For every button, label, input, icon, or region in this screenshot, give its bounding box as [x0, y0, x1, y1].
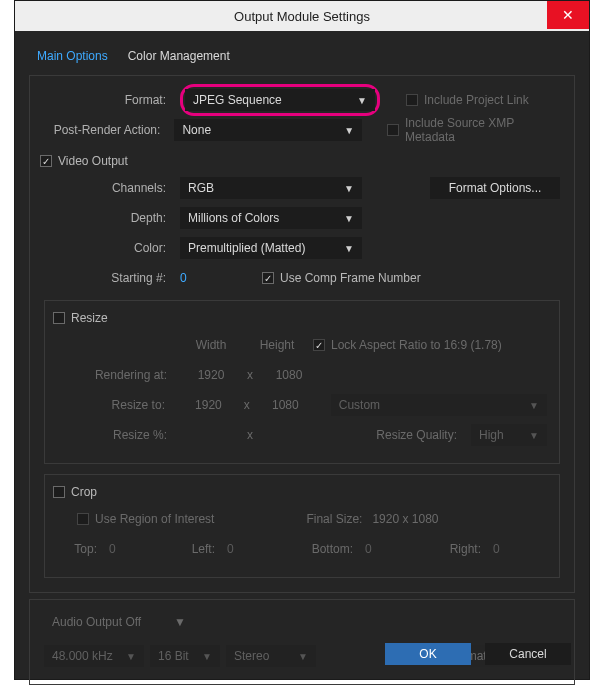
crop-right-value: 0: [493, 542, 500, 556]
resize-pct-label: Resize %:: [57, 428, 175, 442]
crop-left-value: 0: [227, 542, 267, 556]
use-comp-frame-checkbox[interactable]: [262, 272, 274, 284]
resize-quality-dropdown: High ▼: [471, 424, 547, 446]
chevron-down-icon: ▼: [344, 125, 354, 136]
depth-value: Millions of Colors: [188, 211, 279, 225]
chevron-down-icon: ▼: [126, 651, 136, 662]
audio-panel: Audio Output Off ▼ 48.000 kHz ▼ 16 Bit ▼…: [29, 599, 575, 685]
chevron-down-icon: ▼: [344, 243, 354, 254]
chevron-down-icon: ▼: [298, 651, 308, 662]
include-xmp-label: Include Source XMP Metadata: [405, 116, 560, 144]
resize-label: Resize: [71, 311, 108, 325]
chevron-down-icon: ▼: [529, 430, 539, 441]
tab-color-management[interactable]: Color Management: [128, 49, 230, 69]
resize-group: Resize Width Height Lock Aspect Ratio to…: [44, 300, 560, 464]
resize-quality-label: Resize Quality:: [376, 428, 457, 442]
include-project-link-checkbox: [406, 94, 418, 106]
crop-group: Crop Use Region of Interest Final Size: …: [44, 474, 560, 578]
rendering-at-height: 1080: [259, 368, 319, 382]
crop-top-value: 0: [109, 542, 149, 556]
tab-bar: Main Options Color Management: [15, 31, 589, 69]
width-header: Width: [181, 338, 241, 352]
starting-number-value[interactable]: 0: [180, 271, 220, 285]
chevron-down-icon: ▼: [344, 183, 354, 194]
crop-left-label: Left:: [155, 542, 215, 556]
chevron-down-icon: ▼: [357, 95, 367, 106]
depth-dropdown[interactable]: Millions of Colors ▼: [180, 207, 362, 229]
channels-value: RGB: [188, 181, 214, 195]
depth-label: Depth:: [44, 211, 174, 225]
resize-to-width: 1920: [179, 398, 238, 412]
format-dropdown[interactable]: JPEG Sequence ▼: [185, 89, 375, 111]
crop-label: Crop: [71, 485, 97, 499]
crop-top-label: Top:: [57, 542, 97, 556]
include-xmp-checkbox: [387, 124, 399, 136]
chevron-down-icon: ▼: [174, 615, 186, 629]
use-roi-checkbox: [77, 513, 89, 525]
crop-bottom-label: Bottom:: [273, 542, 353, 556]
close-icon: ✕: [562, 7, 574, 23]
final-size-value: 1920 x 1080: [372, 512, 438, 526]
window-title: Output Module Settings: [234, 9, 370, 24]
chevron-down-icon: ▼: [202, 651, 212, 662]
color-label: Color:: [44, 241, 174, 255]
use-roi-label: Use Region of Interest: [95, 512, 214, 526]
chevron-down-icon: ▼: [529, 400, 539, 411]
ok-button[interactable]: OK: [385, 643, 471, 665]
resize-to-height: 1080: [256, 398, 315, 412]
window-titlebar: Output Module Settings ✕: [15, 1, 589, 31]
color-dropdown[interactable]: Premultiplied (Matted) ▼: [180, 237, 362, 259]
video-output-label: Video Output: [58, 154, 128, 168]
crop-right-label: Right:: [411, 542, 481, 556]
height-header: Height: [247, 338, 307, 352]
main-panel: Format: JPEG Sequence ▼ Include Project …: [29, 75, 575, 593]
post-render-label: Post-Render Action:: [44, 123, 168, 137]
audio-rate-dropdown: 48.000 kHz ▼: [44, 645, 144, 667]
output-module-dialog: Output Module Settings ✕ Main Options Co…: [14, 0, 590, 680]
lock-aspect-checkbox: [313, 339, 325, 351]
format-label: Format:: [44, 93, 174, 107]
rendering-at-label: Rendering at:: [57, 368, 175, 382]
crop-bottom-value: 0: [365, 542, 405, 556]
dialog-footer: OK Cancel: [385, 643, 571, 665]
starting-number-label: Starting #:: [44, 271, 174, 285]
cancel-button[interactable]: Cancel: [485, 643, 571, 665]
format-value: JPEG Sequence: [193, 93, 282, 107]
audio-channels-dropdown: Stereo ▼: [226, 645, 316, 667]
final-size-label: Final Size:: [306, 512, 362, 526]
tab-main-options[interactable]: Main Options: [37, 49, 108, 69]
use-comp-frame-label: Use Comp Frame Number: [280, 271, 421, 285]
post-render-value: None: [182, 123, 211, 137]
post-render-dropdown[interactable]: None ▼: [174, 119, 362, 141]
channels-label: Channels:: [44, 181, 174, 195]
include-project-link-label: Include Project Link: [424, 93, 529, 107]
color-value: Premultiplied (Matted): [188, 241, 305, 255]
close-button[interactable]: ✕: [547, 1, 589, 29]
lock-aspect-label: Lock Aspect Ratio to 16:9 (1.78): [331, 338, 502, 352]
format-options-button[interactable]: Format Options...: [430, 177, 560, 199]
chevron-down-icon: ▼: [344, 213, 354, 224]
resize-custom-dropdown: Custom ▼: [331, 394, 547, 416]
resize-checkbox[interactable]: [53, 312, 65, 324]
channels-dropdown[interactable]: RGB ▼: [180, 177, 362, 199]
audio-output-dropdown[interactable]: Audio Output Off ▼: [44, 611, 194, 633]
rendering-at-width: 1920: [181, 368, 241, 382]
video-output-checkbox[interactable]: [40, 155, 52, 167]
audio-bit-dropdown: 16 Bit ▼: [150, 645, 220, 667]
crop-checkbox[interactable]: [53, 486, 65, 498]
resize-to-label: Resize to:: [57, 398, 173, 412]
